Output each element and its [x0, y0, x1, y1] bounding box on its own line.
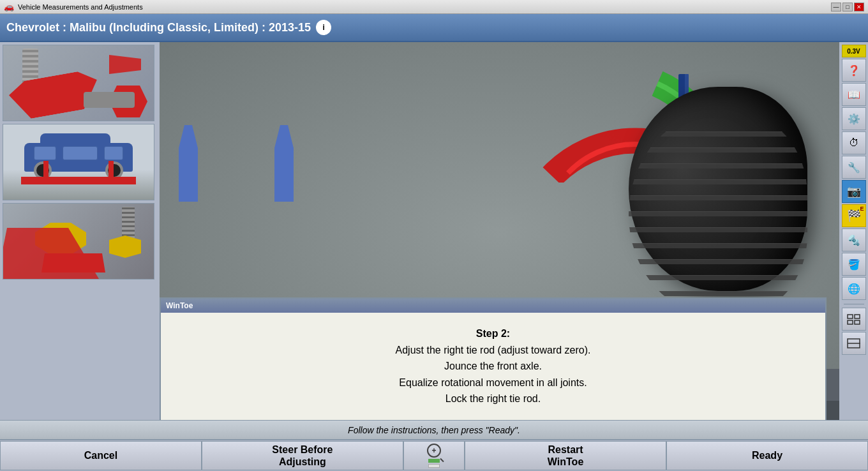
adjust-icon: 🔧 [848, 161, 860, 174]
version-badge: 0.3V [842, 45, 866, 57]
wintoe-line-1: Adjust the right tie rod (adjust toward … [396, 345, 591, 355]
toolbar-btn-expand1[interactable] [842, 308, 866, 331]
restart-button[interactable]: RestartWinToe [465, 441, 666, 470]
toolbar-btn-wrench[interactable]: 🔩 [842, 228, 866, 251]
toolbar-btn-bucket[interactable]: 🪣 [842, 253, 866, 276]
svg-rect-4 [848, 320, 853, 324]
toolbar-separator-1 [842, 301, 866, 306]
globe-icon: 🌐 [848, 283, 860, 295]
sidebar-thumb-1[interactable] [3, 45, 154, 121]
wintoe-title-bar: WinToe [161, 299, 825, 313]
sidebar-thumb-3[interactable] [3, 203, 154, 280]
thumb2-window-right [104, 146, 123, 160]
restart-label: RestartWinToe [548, 444, 583, 468]
settings-icon: ⚙️ [848, 113, 860, 125]
thumb2-lift-support-1 [43, 161, 49, 177]
title-bar: 🚗 Vehicle Measurements and Adjustments —… [0, 0, 868, 14]
wrench-icon: 🔩 [848, 234, 860, 246]
status-message: Follow the instructions, then press "Rea… [348, 425, 520, 435]
camera-icon: 📷 [847, 184, 861, 198]
arrow-left-indicator [179, 125, 198, 202]
sidebar-thumb-2[interactable] [3, 124, 154, 200]
window-controls[interactable]: — □ ✕ [831, 3, 864, 11]
main-layout: WinToe Step 2: Adjust the right tie rod … [0, 42, 868, 420]
left-sidebar [0, 42, 160, 420]
close-button[interactable]: ✕ [854, 3, 864, 11]
steer-label: Steer BeforeAdjusting [272, 444, 333, 468]
cancel-button[interactable]: Cancel [0, 441, 202, 470]
window-title: Vehicle Measurements and Adjustments [18, 3, 831, 11]
wintoe-title-text: WinToe [166, 301, 193, 310]
timer-icon: ⏱ [849, 137, 859, 149]
steer-button[interactable]: Steer BeforeAdjusting [202, 441, 403, 470]
bucket-icon: 🪣 [848, 258, 860, 271]
thumb2-lift [21, 177, 136, 184]
race-label: E [860, 206, 864, 212]
magnify-plus: + [431, 446, 436, 455]
thumb3-red2 [41, 253, 105, 273]
maximize-button[interactable]: □ [842, 3, 853, 11]
expand2-icon [846, 338, 862, 349]
thumb3-image [3, 204, 154, 279]
zoom-bar-empty [428, 464, 440, 468]
thumb3-yellow-2 [109, 236, 141, 258]
book-icon: 📖 [848, 89, 860, 101]
app-header: Chevrolet : Malibu (Including Classic, L… [0, 14, 868, 42]
vehicle-info-icon[interactable]: i [316, 20, 331, 35]
wintoe-line-3: Equalize rotational movement in all join… [399, 377, 587, 388]
arrow-right-indicator [274, 125, 294, 202]
toolbar-btn-timer[interactable]: ⏱ [842, 131, 866, 154]
right-toolbar: 0.3V ❓ 📖 ⚙️ ⏱ 🔧 📷 🏁 E 🔩 🪣 [839, 42, 868, 420]
wintoe-step: Step 2: [476, 328, 510, 339]
help-icon: ❓ [848, 64, 860, 77]
wintoe-instructions: Step 2: Adjust the right tie rod (adjust… [186, 325, 800, 407]
bottom-buttons: Cancel Steer BeforeAdjusting + RestartWi… [0, 439, 868, 471]
center-content: WinToe Step 2: Adjust the right tie rod … [160, 42, 839, 420]
toolbar-btn-camera[interactable]: 📷 [842, 180, 866, 203]
thumb1-bar [84, 92, 135, 108]
thumb2-lift-support-2 [108, 161, 114, 177]
ready-button[interactable]: Ready [666, 441, 868, 470]
magnify-handle [440, 458, 444, 462]
thumb2-car [21, 140, 136, 184]
magnify-circle: + [427, 444, 441, 458]
version-text: 0.3V [847, 48, 860, 55]
zoom-bar-green [428, 459, 440, 463]
wintoe-line-4: Lock the right tie rod. [445, 393, 541, 404]
viz-area: WinToe Step 2: Adjust the right tie rod … [160, 42, 839, 420]
thumb2-window-mid [63, 146, 98, 160]
tire-body [629, 87, 807, 291]
toolbar-btn-race[interactable]: 🏁 E [842, 204, 866, 227]
toolbar-btn-help[interactable]: ❓ [842, 59, 866, 82]
expand1-icon [846, 313, 862, 325]
thumb1-image [3, 45, 154, 121]
toolbar-btn-settings[interactable]: ⚙️ [842, 107, 866, 130]
status-bar: Follow the instructions, then press "Rea… [0, 420, 868, 439]
svg-rect-5 [855, 320, 860, 324]
thumb1-accent [109, 55, 141, 74]
tire-tread [629, 112, 807, 317]
toolbar-btn-book[interactable]: 📖 [842, 83, 866, 106]
zoom-control[interactable]: + [403, 441, 465, 470]
thumb2-window-left [34, 146, 56, 160]
wintoe-line-2: Jounce the front axle. [444, 361, 542, 371]
tire-3d [565, 61, 807, 297]
wintoe-content: Step 2: Adjust the right tie rod (adjust… [161, 313, 825, 420]
toolbar-btn-adjust[interactable]: 🔧 [842, 156, 866, 179]
minimize-button[interactable]: — [831, 3, 841, 11]
wintoe-dialog: WinToe Step 2: Adjust the right tie rod … [160, 297, 827, 420]
toolbar-btn-globe[interactable]: 🌐 [842, 277, 866, 300]
toolbar-btn-expand2[interactable] [842, 332, 866, 355]
svg-rect-2 [848, 315, 853, 318]
vehicle-title: Chevrolet : Malibu (Including Classic, L… [6, 21, 311, 34]
svg-rect-3 [855, 315, 860, 318]
race-flag-icon: 🏁 [847, 209, 861, 223]
thumb2-image [3, 124, 154, 200]
